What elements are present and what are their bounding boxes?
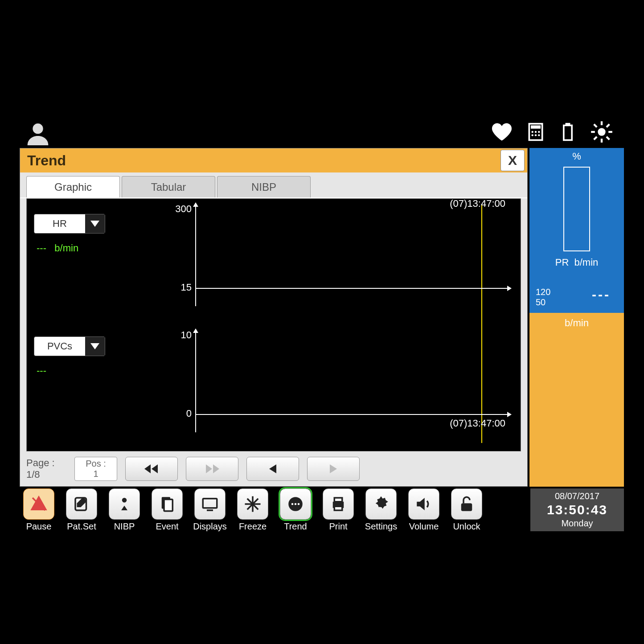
chevron-down-icon (85, 337, 105, 356)
svg-point-4 (535, 131, 537, 133)
tool-patset[interactable]: Pat.Set (62, 488, 101, 532)
tab-graphic[interactable]: Graphic (26, 176, 120, 197)
tool-event[interactable]: Event (148, 488, 186, 532)
patient-icon[interactable] (20, 118, 56, 148)
svg-point-7 (535, 134, 537, 136)
trend-panel: Trend X Graphic Tabular NIBP HR --- b/mi… (20, 148, 528, 487)
svg-point-6 (531, 134, 533, 136)
tool-pause[interactable]: Pause (20, 488, 58, 532)
svg-rect-37 (334, 506, 342, 510)
svg-point-3 (531, 131, 533, 133)
y-max-hr: 300 (169, 203, 192, 215)
x-axis (195, 288, 507, 289)
spo2-tile[interactable]: % PR b/min 120 50 --- (529, 148, 624, 313)
y-min-hr: 15 (169, 282, 192, 293)
clock-time: 13:50:43 (530, 502, 624, 517)
tab-nibp[interactable]: NIBP (217, 176, 311, 197)
svg-point-11 (598, 128, 605, 135)
param-value-pvcs: --- (37, 365, 46, 377)
nav-fast-rewind[interactable] (125, 457, 178, 481)
y-min-pvcs: 0 (169, 408, 192, 419)
nav-next[interactable] (307, 457, 360, 481)
close-button[interactable]: X (500, 150, 525, 171)
tool-volume[interactable]: Volume (405, 488, 443, 532)
calculator-icon (526, 122, 546, 144)
param-select-label: HR (34, 218, 85, 230)
y-max-pvcs: 10 (169, 329, 192, 341)
svg-line-19 (607, 124, 610, 127)
svg-rect-25 (203, 499, 217, 508)
svg-rect-24 (164, 500, 172, 511)
svg-rect-10 (566, 123, 570, 126)
nav-prev[interactable] (246, 457, 299, 481)
page-indicator: Page : 1/8 (26, 457, 66, 481)
x-axis (195, 414, 507, 415)
svg-line-18 (594, 137, 597, 140)
spo2-percent-label: % (529, 151, 624, 162)
panel-title: Trend (27, 152, 500, 169)
tool-print[interactable]: Print (319, 488, 357, 532)
svg-point-32 (291, 503, 294, 505)
clock: 08/07/2017 13:50:43 Monday (530, 488, 624, 531)
nav-fast-forward[interactable] (186, 457, 238, 481)
spo2-pr-label: PR b/min (529, 257, 624, 268)
secondary-tile-unit: b/min (529, 317, 624, 329)
tool-settings[interactable]: Settings (362, 488, 400, 532)
tool-displays[interactable]: Displays (191, 488, 229, 532)
svg-line-16 (594, 124, 597, 127)
clock-day: Monday (530, 518, 624, 529)
param-select-hr[interactable]: HR (34, 214, 105, 234)
param-value-hr: --- b/min (37, 242, 78, 254)
svg-rect-2 (531, 125, 541, 128)
secondary-tile[interactable]: b/min (529, 313, 624, 487)
svg-point-22 (122, 498, 127, 503)
svg-rect-9 (564, 125, 572, 140)
svg-point-34 (298, 503, 300, 505)
battery-icon (558, 122, 578, 144)
svg-point-8 (538, 134, 540, 136)
y-axis (195, 207, 196, 306)
time-label-top: (07)13:47:00 (450, 198, 505, 209)
svg-rect-39 (461, 503, 472, 511)
spo2-bar (563, 167, 590, 251)
tool-freeze[interactable]: Freeze (234, 488, 272, 532)
clock-date: 08/07/2017 (530, 491, 624, 501)
param-select-pvcs[interactable]: PVCs (34, 336, 105, 356)
time-label-bot: (07)13:47:00 (450, 418, 505, 429)
svg-rect-36 (334, 498, 342, 502)
brightness-icon[interactable] (590, 120, 613, 145)
svg-point-33 (295, 503, 297, 505)
svg-point-5 (538, 131, 540, 133)
spo2-limits: 120 50 (536, 287, 550, 308)
pos-indicator: Pos : 1 (74, 457, 117, 481)
graph-area: HR --- b/min 300 15 (07)13:47:00 PVCs (26, 198, 521, 451)
spo2-value: --- (592, 287, 611, 302)
y-axis (195, 333, 196, 432)
svg-point-0 (33, 123, 43, 134)
param-select-label: PVCs (34, 340, 85, 352)
tool-unlock[interactable]: Unlock (447, 488, 486, 532)
chevron-down-icon (85, 214, 105, 233)
tool-trend[interactable]: Trend (276, 488, 315, 532)
svg-line-17 (607, 137, 610, 140)
tool-nibp[interactable]: NIBP (105, 488, 144, 532)
heart-icon (490, 120, 513, 145)
tab-tabular[interactable]: Tabular (122, 176, 215, 197)
